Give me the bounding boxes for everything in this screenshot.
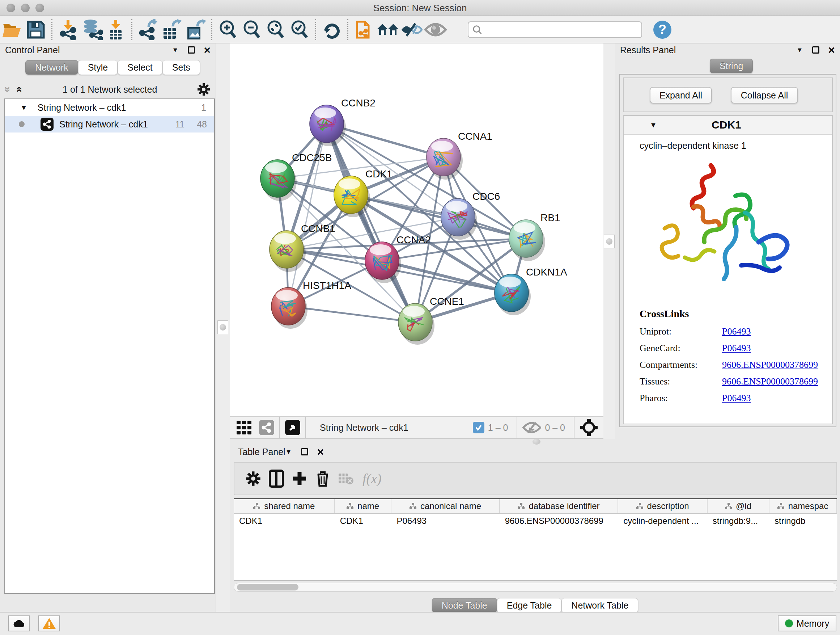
node-RB1[interactable]: RB1: [509, 212, 560, 261]
string-network-graph[interactable]: CCNB2CCNA1CDC25BCDK1CDC6RB1CCNB1CCNA2CDK…: [230, 43, 603, 416]
cdk1-section-header[interactable]: ▼ CDK1: [624, 116, 832, 135]
warnings-button[interactable]: [38, 616, 60, 631]
results-panel-close-icon[interactable]: ×: [828, 46, 835, 54]
column-header-description[interactable]: description: [618, 499, 707, 513]
zoom-selected-button[interactable]: [287, 19, 311, 41]
tab-string[interactable]: String: [710, 59, 753, 73]
expand-all-button[interactable]: Expand All: [650, 87, 712, 103]
eye-button[interactable]: [424, 19, 447, 41]
node-CDKN1A[interactable]: CDKN1A: [494, 266, 567, 315]
edge-CCNB2-HIST1H1A[interactable]: [288, 124, 327, 306]
import-network-file-button[interactable]: [56, 19, 80, 41]
horizontal-splitter-handle[interactable]: [532, 439, 540, 445]
open-session-button[interactable]: [0, 19, 24, 41]
right-splitter-handle[interactable]: [604, 234, 615, 249]
left-splitter-handle[interactable]: [218, 320, 228, 334]
delete-column-button[interactable]: [311, 467, 334, 490]
tab-network[interactable]: Network: [25, 60, 78, 74]
collection-expand-icon[interactable]: ▼: [20, 103, 27, 112]
results-panel-float-icon[interactable]: [812, 46, 819, 54]
selected-checkbox-icon[interactable]: [473, 422, 485, 433]
table-options-gear-button[interactable]: [242, 467, 265, 490]
table-cell[interactable]: stringdb: [769, 514, 837, 529]
toolbar-separator: [211, 19, 212, 40]
zoom-out-button[interactable]: [240, 19, 264, 41]
zoom-in-button[interactable]: [216, 19, 240, 41]
scrollbar-thumb[interactable]: [237, 584, 298, 591]
memory-button[interactable]: Memory: [778, 616, 836, 631]
network-collection-row[interactable]: ▼ String Network – cdk1 1: [5, 99, 214, 116]
node-HIST1H1A[interactable]: HIST1H1A: [271, 280, 351, 329]
export-image-button[interactable]: [184, 19, 208, 41]
tab-select[interactable]: Select: [118, 60, 162, 74]
create-column-button[interactable]: [288, 467, 311, 490]
network-row[interactable]: String Network – cdk1 11 48: [5, 116, 214, 133]
column-header--id[interactable]: @id: [707, 499, 769, 513]
table-cell[interactable]: CDK1: [335, 514, 392, 529]
left-splitter[interactable]: [216, 43, 230, 612]
column-header-shared-name[interactable]: shared name: [234, 499, 335, 513]
column-header-namespac[interactable]: namespac: [769, 499, 837, 513]
collapse-all-networks-icon[interactable]: »: [2, 87, 14, 93]
crosslink-value-link[interactable]: P06493: [722, 326, 751, 337]
right-splitter[interactable]: [603, 43, 615, 445]
crosslink-value-link[interactable]: P06493: [722, 343, 751, 354]
table-row[interactable]: CDK1CDK1P064939606.ENSP00000378699cyclin…: [234, 514, 837, 529]
table-cell[interactable]: CDK1: [234, 514, 335, 529]
string-import-button[interactable]: [352, 19, 376, 41]
crosslink-value-link[interactable]: P06493: [722, 393, 751, 404]
refresh-button[interactable]: [320, 19, 344, 41]
column-header-name[interactable]: name: [335, 499, 392, 513]
network-view-canvas[interactable]: CCNB2CCNA1CDC25BCDK1CDC6RB1CCNB1CCNA2CDK…: [230, 43, 603, 416]
home-pages-button[interactable]: [376, 19, 400, 41]
fit-selected-crosshair-icon[interactable]: [579, 418, 598, 437]
search-input[interactable]: [482, 25, 638, 35]
tab-style[interactable]: Style: [78, 60, 118, 74]
export-table-button[interactable]: [160, 19, 184, 41]
node-CCNE1[interactable]: CCNE1: [398, 296, 464, 345]
results-panel-collapse-icon[interactable]: ▼: [796, 46, 803, 54]
table-panel-collapse-icon[interactable]: ▼: [286, 448, 292, 456]
column-header-canonical-name[interactable]: canonical name: [392, 499, 500, 513]
show-hide-attributes-button[interactable]: [400, 19, 424, 41]
help-button[interactable]: ?: [653, 20, 672, 39]
network-options-gear-icon[interactable]: [197, 82, 210, 96]
show-columns-button[interactable]: [265, 467, 288, 490]
search-box[interactable]: [468, 21, 642, 38]
table-panel-float-icon[interactable]: [301, 448, 308, 455]
half-eye-slash-icon: [401, 21, 423, 39]
export-network-button[interactable]: [136, 19, 160, 41]
control-panel-close-icon[interactable]: ×: [204, 46, 210, 54]
save-session-button[interactable]: [24, 19, 48, 41]
tab-network-table[interactable]: Network Table: [561, 598, 638, 613]
table-cell[interactable]: stringdb:9...: [707, 514, 769, 529]
cloud-button[interactable]: [8, 616, 30, 631]
cdk1-expand-icon[interactable]: ▼: [650, 121, 657, 129]
node-table-body: CDK1CDK1P064939606.ENSP00000378699cyclin…: [234, 514, 837, 529]
zoom-fit-button[interactable]: [264, 19, 287, 41]
column-header-database-identifier[interactable]: database identifier: [500, 499, 619, 513]
control-panel-float-icon[interactable]: [188, 46, 195, 54]
network-share-icon[interactable]: [259, 420, 274, 435]
collapse-all-button[interactable]: Collapse All: [731, 87, 798, 103]
table-cell[interactable]: 9606.ENSP00000378699: [500, 514, 619, 529]
network-selection-info: 1 of 1 Network selected: [23, 84, 197, 95]
table-cell[interactable]: P06493: [392, 514, 500, 529]
tab-node-table[interactable]: Node Table: [432, 598, 497, 613]
table-cell[interactable]: cyclin-dependent ...: [618, 514, 707, 529]
tab-sets[interactable]: Sets: [163, 60, 200, 74]
table-panel-close-icon[interactable]: ×: [317, 448, 324, 455]
table-horizontal-scrollbar[interactable]: [234, 583, 837, 592]
crosslink-value-link[interactable]: 9606.ENSP00000378699: [722, 376, 818, 387]
node-CDC6[interactable]: CDC6: [441, 191, 500, 240]
birdseye-view-icon[interactable]: [285, 420, 300, 435]
node-label-CDC6: CDC6: [472, 191, 500, 202]
tab-edge-table[interactable]: Edge Table: [497, 598, 562, 613]
import-table-button[interactable]: [104, 19, 128, 41]
control-panel-collapse-icon[interactable]: ▼: [172, 46, 178, 54]
crosslink-value-link[interactable]: 9606.ENSP00000378699: [722, 359, 818, 371]
import-network-database-button[interactable]: [80, 19, 104, 41]
grid-view-icon[interactable]: [236, 419, 253, 436]
expand-all-networks-icon[interactable]: «: [14, 87, 26, 93]
edge-CCNB2-CCNE1[interactable]: [327, 124, 415, 322]
